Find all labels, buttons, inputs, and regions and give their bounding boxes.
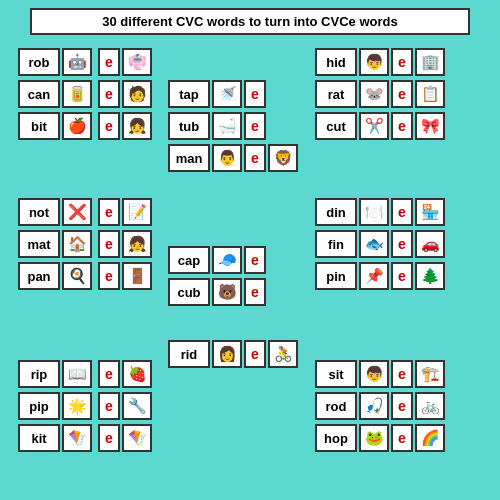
pic-pine: 🌲 <box>415 262 445 290</box>
word-label: rob <box>29 55 50 70</box>
icon-cape: 🧢 <box>218 251 237 269</box>
pic-rat: 🐭 <box>359 80 389 108</box>
pic-rate: 📋 <box>415 80 445 108</box>
icon-ripe2: 🍓 <box>128 365 147 383</box>
icon-ride2: 🚴 <box>274 345 293 363</box>
e-card-pin: e <box>391 262 413 290</box>
word-card-sit: sit <box>315 360 357 388</box>
word-card-pan: pan <box>18 262 60 290</box>
icon-hope: 🐸 <box>365 429 384 447</box>
e-card-cap: e <box>244 246 266 274</box>
icon-hope2: 🌈 <box>421 429 440 447</box>
pic-rod: 🎣 <box>359 392 389 420</box>
icon-cute: ✂️ <box>365 117 384 135</box>
icon-mane: 👨 <box>218 149 237 167</box>
icon-robe: 👘 <box>128 53 147 71</box>
word-label: pip <box>29 399 49 414</box>
pic-pane: 🚪 <box>122 262 152 290</box>
word-card-hop: hop <box>315 424 357 452</box>
word-card-cap: cap <box>168 246 210 274</box>
word-card-pin: pin <box>315 262 357 290</box>
word-label: pin <box>326 269 346 284</box>
page-title: 30 different CVC words to turn into CVCe… <box>30 8 470 35</box>
e-card-bit: e <box>98 112 120 140</box>
pic-cub: 🐻 <box>212 278 242 306</box>
icon-cube: 🐻 <box>218 283 237 301</box>
pic-pip: 🌟 <box>62 392 92 420</box>
icon-can: 🥫 <box>68 85 87 103</box>
word-label: kit <box>31 431 46 446</box>
pic-can: 🥫 <box>62 80 92 108</box>
icon-cute2: 🎀 <box>421 117 440 135</box>
word-label: rip <box>31 367 48 382</box>
icon-pane: 🍳 <box>68 267 87 285</box>
e-card-din: e <box>391 198 413 226</box>
e-card-hid: e <box>391 48 413 76</box>
word-label: cub <box>177 285 200 300</box>
icon-mate: 🏠 <box>68 235 87 253</box>
word-label: sit <box>328 367 343 382</box>
pic-pipe: 🔧 <box>122 392 152 420</box>
e-card-kit: e <box>98 424 120 452</box>
e-card-pan: e <box>98 262 120 290</box>
word-label: pan <box>27 269 50 284</box>
icon-pine: 📌 <box>365 267 384 285</box>
icon-mane2: 🦁 <box>274 149 293 167</box>
e-card-not: e <box>98 198 120 226</box>
icon-pipe2: 🔧 <box>128 397 147 415</box>
pic-bit: 🍎 <box>62 112 92 140</box>
icon-kite: 🪁 <box>68 429 87 447</box>
word-label: rat <box>328 87 345 102</box>
pic-din: 🍽️ <box>359 198 389 226</box>
icon-tape: 🚿 <box>218 85 237 103</box>
pic-mane: 🦁 <box>268 144 298 172</box>
pic-sit: 👦 <box>359 360 389 388</box>
icon-site: 👦 <box>365 365 384 383</box>
e-card-rat: e <box>391 80 413 108</box>
pic-cap: 🧢 <box>212 246 242 274</box>
pic-dine: 🏪 <box>415 198 445 226</box>
icon-rob: 🤖 <box>68 53 87 71</box>
pic-tap: 🚿 <box>212 80 242 108</box>
icon-kite2: 🪁 <box>128 429 147 447</box>
word-card-man: man <box>168 144 210 172</box>
icon-rate: 📋 <box>421 85 440 103</box>
pic-rid: 👩 <box>212 340 242 368</box>
word-card-cub: cub <box>168 278 210 306</box>
e-card-sit: e <box>391 360 413 388</box>
word-label: can <box>28 87 50 102</box>
word-label: mat <box>27 237 50 252</box>
word-card-kit: kit <box>18 424 60 452</box>
e-card-pip: e <box>98 392 120 420</box>
pic-pan: 🍳 <box>62 262 92 290</box>
e-card-rod: e <box>391 392 413 420</box>
icon-rode2: 🚲 <box>421 397 440 415</box>
word-card-rod: rod <box>315 392 357 420</box>
pic-bite: 👧 <box>122 112 152 140</box>
pic-kit: 🪁 <box>62 424 92 452</box>
word-card-cut: cut <box>315 112 357 140</box>
word-card-mat: mat <box>18 230 60 258</box>
pic-mate: 👧 <box>122 230 152 258</box>
icon-pipe: 🌟 <box>68 397 87 415</box>
e-card-cut: e <box>391 112 413 140</box>
word-label: rod <box>326 399 347 414</box>
icon-diner: 🏪 <box>421 203 440 221</box>
pic-site: 🏗️ <box>415 360 445 388</box>
e-card-tub: e <box>244 112 266 140</box>
word-label: hop <box>324 431 348 446</box>
word-label: not <box>29 205 49 220</box>
pic-ride: 🚴 <box>268 340 298 368</box>
pic-hid: 👦 <box>359 48 389 76</box>
pic-tub: 🛁 <box>212 112 242 140</box>
icon-mate2: 👧 <box>128 235 147 253</box>
word-label: cap <box>178 253 200 268</box>
pic-cute: 🎀 <box>415 112 445 140</box>
e-card-mat: e <box>98 230 120 258</box>
icon-hide2: 🏢 <box>421 53 440 71</box>
icon-site2: 🏗️ <box>421 365 440 383</box>
icon-hide: 👦 <box>365 53 384 71</box>
word-label: fin <box>328 237 344 252</box>
word-label: rid <box>181 347 198 362</box>
pic-man: 👨 <box>212 144 242 172</box>
